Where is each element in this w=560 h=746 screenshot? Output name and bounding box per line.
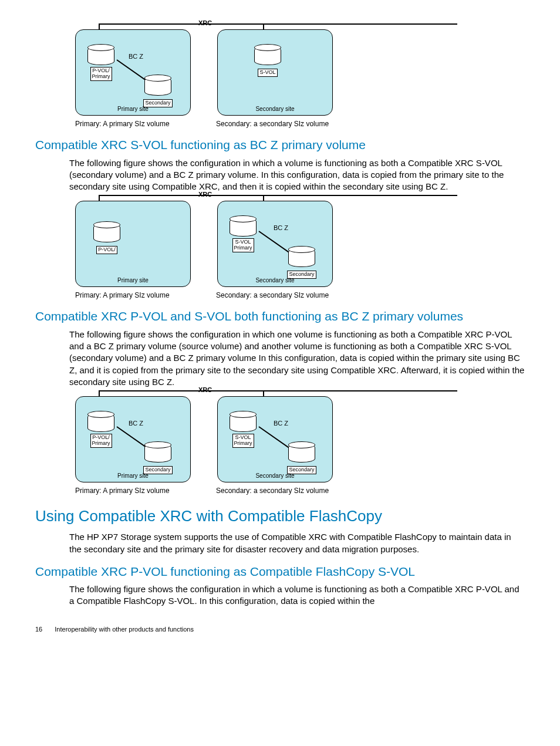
pvol-cylinder: P-VOL/Primary bbox=[86, 413, 116, 448]
paragraph-both-bcz: The following figure shows the configura… bbox=[69, 329, 525, 388]
caption-secondary: Secondary: a secondary SIz volume bbox=[216, 291, 329, 300]
xrc-connector bbox=[99, 390, 457, 391]
paragraph-flashcopy: The HP XP7 Storage system supports the u… bbox=[69, 531, 525, 555]
primary-site-box: P-VOL/Primary BC Z Secondary Primary sit… bbox=[75, 29, 191, 116]
secondary-site-label: Secondary site bbox=[218, 105, 332, 113]
bcz-label: BC Z bbox=[129, 52, 143, 61]
caption-primary: Primary: A primary SIz volume bbox=[75, 119, 216, 129]
secondary-vol-cylinder: Secondary bbox=[287, 444, 316, 474]
bcz-label: BC Z bbox=[274, 224, 288, 232]
secondary-site-label: Secondary site bbox=[218, 276, 332, 285]
secondary-vol-cylinder: Secondary bbox=[287, 248, 316, 279]
secondary-site-box: S-VOLPrimary BC Z Secondary Secondary si… bbox=[217, 396, 333, 482]
pvol-cylinder: P-VOL/Primary bbox=[86, 46, 116, 81]
primary-site-box: P-VOL/ Primary site bbox=[75, 201, 191, 287]
paragraph-svol-bcz: The following figure shows the configura… bbox=[69, 157, 525, 193]
bcz-label: BC Z bbox=[129, 419, 143, 428]
page-footer: 16 Interoperability with other products … bbox=[35, 625, 525, 634]
diagram-1: XRC P-VOL/Primary BC Z Secondary Primary… bbox=[75, 29, 525, 129]
secondary-vol-cylinder: Secondary bbox=[143, 444, 173, 474]
xrc-connector bbox=[99, 195, 457, 196]
secondary-site-label: Secondary site bbox=[218, 472, 332, 480]
heading-both-bcz: Compatible XRC P-VOL and S-VOL both func… bbox=[35, 308, 525, 325]
paragraph-pvol-flashcopy-svol: The following figure shows the configura… bbox=[69, 583, 525, 607]
secondary-vol-cylinder: Secondary bbox=[143, 77, 173, 107]
caption-primary: Primary: A primary SIz volume bbox=[75, 486, 216, 495]
bcz-label: BC Z bbox=[274, 419, 288, 428]
svol-cylinder: S-VOLPrimary bbox=[228, 218, 258, 252]
svol-cylinder: S-VOLPrimary bbox=[228, 413, 258, 448]
caption-secondary: Secondary: a secondary SIz volume bbox=[216, 486, 329, 495]
svol-cylinder: S-VOL bbox=[253, 46, 282, 77]
diagram-3: XRC P-VOL/Primary BC Z Secondary Primary… bbox=[75, 396, 525, 495]
xrc-connector bbox=[99, 23, 457, 25]
diagram-2: XRC P-VOL/ Primary site S-VOLPrimary BC … bbox=[75, 201, 525, 300]
pvol-cylinder: P-VOL/ bbox=[92, 224, 122, 254]
heading-flashcopy: Using Compatible XRC with Compatible Fla… bbox=[35, 506, 525, 526]
primary-site-label: Primary site bbox=[76, 276, 190, 285]
primary-site-label: Primary site bbox=[76, 105, 190, 113]
primary-site-box: P-VOL/Primary BC Z Secondary Primary sit… bbox=[75, 396, 191, 482]
secondary-site-box: S-VOL Secondary site bbox=[217, 29, 333, 116]
secondary-site-box: S-VOLPrimary BC Z Secondary Secondary si… bbox=[217, 201, 333, 287]
footer-title: Interoperability with other products and… bbox=[55, 626, 194, 633]
primary-site-label: Primary site bbox=[76, 472, 190, 480]
page-number: 16 bbox=[35, 626, 42, 633]
heading-pvol-flashcopy-svol: Compatible XRC P-VOL functioning as Comp… bbox=[35, 563, 525, 580]
caption-secondary: Secondary: a secondary SIz volume bbox=[216, 119, 329, 129]
caption-primary: Primary: A primary SIz volume bbox=[75, 291, 216, 300]
heading-svol-bcz: Compatible XRC S-VOL functioning as BC Z… bbox=[35, 137, 525, 153]
